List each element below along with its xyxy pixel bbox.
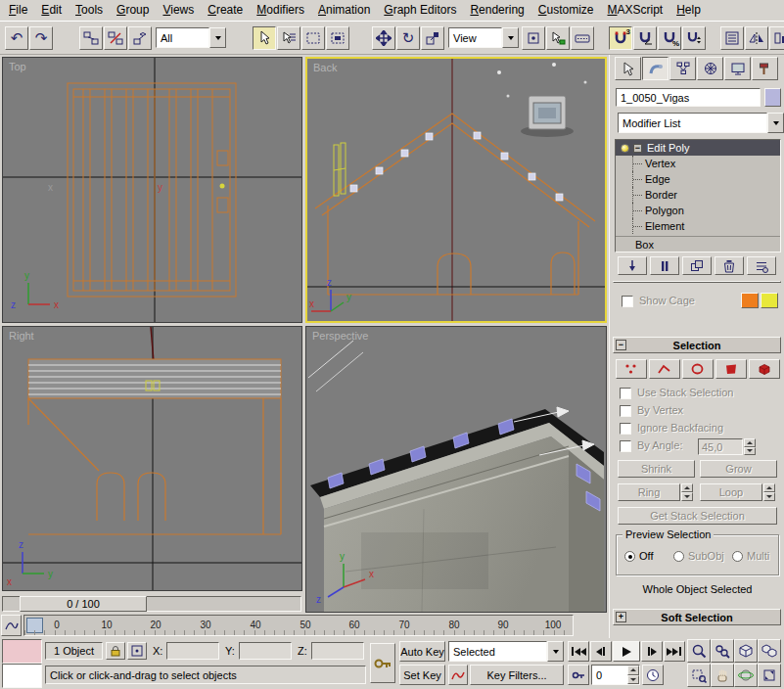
- use-stack-selection-checkbox[interactable]: [620, 388, 631, 399]
- zoom-all-button[interactable]: [711, 639, 734, 663]
- redo-button[interactable]: ↷: [29, 26, 53, 50]
- select-and-scale-button[interactable]: [421, 26, 444, 50]
- soft-selection-rollout-header[interactable]: Soft Selection: [613, 609, 781, 625]
- go-to-start-button[interactable]: [568, 641, 589, 662]
- viewport-right[interactable]: Right z y x: [2, 326, 302, 591]
- menu-maxscript[interactable]: MAXScript: [601, 0, 670, 21]
- key-mode-select[interactable]: Selected: [448, 641, 564, 662]
- configure-modifier-sets-button[interactable]: [747, 256, 776, 275]
- key-filters-button[interactable]: Key Filters...: [470, 665, 564, 685]
- set-keys-button[interactable]: [370, 643, 395, 683]
- previous-frame-button[interactable]: [590, 641, 612, 662]
- select-and-rotate-button[interactable]: ↻: [396, 26, 420, 50]
- y-coordinate-field[interactable]: [239, 642, 292, 660]
- modifier-stack[interactable]: Edit Poly Vertex Edge Border Polygon Ele…: [615, 139, 781, 253]
- auto-key-button[interactable]: Auto Key: [399, 641, 445, 662]
- current-frame-field[interactable]: 0: [591, 665, 640, 685]
- get-stack-selection-button[interactable]: Get Stack Selection: [618, 507, 777, 525]
- shrink-button[interactable]: Shrink: [618, 460, 695, 478]
- bind-to-spacewarp-button[interactable]: [128, 26, 152, 50]
- x-coordinate-field[interactable]: [166, 642, 219, 660]
- collapse-icon[interactable]: [633, 144, 642, 153]
- default-tangent-button[interactable]: [448, 665, 468, 685]
- menu-rendering[interactable]: Rendering: [463, 0, 530, 21]
- time-configuration-button[interactable]: [642, 665, 664, 685]
- tab-motion[interactable]: [697, 57, 723, 80]
- dropdown-arrow-icon[interactable]: [502, 27, 519, 48]
- by-angle-spinner[interactable]: [744, 438, 756, 455]
- current-frame-marker[interactable]: [26, 618, 43, 633]
- maxscript-mini-listener-macro[interactable]: [2, 639, 42, 664]
- menu-modifiers[interactable]: Modifiers: [250, 0, 311, 21]
- play-button[interactable]: [613, 641, 640, 662]
- menu-help[interactable]: Help: [669, 0, 708, 21]
- selection-region-button[interactable]: [301, 26, 325, 50]
- tab-display[interactable]: [724, 57, 751, 80]
- use-pivot-center-button[interactable]: [522, 26, 545, 50]
- zoom-button[interactable]: [687, 639, 711, 663]
- tab-hierarchy[interactable]: [669, 57, 696, 80]
- select-and-link-button[interactable]: [79, 26, 103, 50]
- viewport-top[interactable]: Top x y y x z: [2, 57, 302, 323]
- preview-subobj-label[interactable]: SubObj: [688, 550, 724, 562]
- select-and-manipulate-button[interactable]: [546, 26, 570, 50]
- zoom-region-button[interactable]: [687, 664, 711, 687]
- next-frame-button[interactable]: [641, 641, 663, 662]
- menu-file[interactable]: File: [2, 0, 34, 21]
- loop-spinner[interactable]: [763, 483, 775, 501]
- select-by-name-button[interactable]: [277, 26, 300, 50]
- by-vertex-checkbox[interactable]: [620, 405, 631, 417]
- mini-curve-editor-button[interactable]: [1, 615, 22, 636]
- spinner-snap-button[interactable]: [682, 26, 706, 50]
- viewport-label-perspective[interactable]: Perspective: [312, 330, 368, 342]
- angle-snap-button[interactable]: [633, 26, 657, 50]
- dropdown-arrow-icon[interactable]: [209, 27, 226, 48]
- snaps-toggle-button[interactable]: 3: [609, 26, 632, 50]
- z-coordinate-field[interactable]: [311, 642, 364, 660]
- tab-utilities[interactable]: [752, 57, 778, 80]
- bulb-icon[interactable]: [621, 144, 629, 153]
- menu-tools[interactable]: Tools: [69, 0, 110, 21]
- tab-modify[interactable]: [642, 57, 669, 80]
- vertex-mode-button[interactable]: [616, 359, 647, 379]
- ring-button[interactable]: Ring: [618, 483, 680, 501]
- go-to-end-button[interactable]: [664, 641, 685, 662]
- viewport-label-top[interactable]: Top: [9, 61, 26, 72]
- cage-selected-color-swatch[interactable]: [761, 293, 778, 308]
- modifier-list-select[interactable]: Modifier List: [618, 113, 784, 133]
- stack-item-box[interactable]: Box: [616, 236, 780, 252]
- ring-spinner[interactable]: [681, 483, 693, 501]
- min-max-toggle-button[interactable]: [758, 664, 781, 687]
- preview-multi-radio[interactable]: [732, 551, 743, 562]
- object-color-swatch[interactable]: [764, 88, 781, 107]
- viewport-perspective[interactable]: Perspective: [305, 326, 607, 613]
- absolute-offset-toggle-button[interactable]: [127, 642, 147, 660]
- stack-item-edge[interactable]: Edge: [616, 171, 780, 187]
- loop-button[interactable]: Loop: [700, 483, 762, 501]
- track-bar[interactable]: 0 10 20 30 40 50 60 70 80 90 100: [0, 615, 577, 637]
- element-mode-button[interactable]: [749, 359, 780, 379]
- border-mode-button[interactable]: [682, 359, 714, 379]
- zoom-extents-all-button[interactable]: [758, 639, 781, 663]
- zoom-extents-button[interactable]: [734, 639, 758, 663]
- make-unique-button[interactable]: [682, 256, 712, 275]
- percent-snap-button[interactable]: [658, 26, 681, 50]
- menu-edit[interactable]: Edit: [34, 0, 69, 21]
- by-angle-field[interactable]: 45,0: [698, 438, 743, 455]
- menu-views[interactable]: Views: [156, 0, 201, 21]
- selection-rollout-header[interactable]: Selection: [613, 337, 781, 353]
- tab-create[interactable]: [615, 57, 641, 80]
- grow-button[interactable]: Grow: [700, 460, 777, 478]
- viewport-label-right[interactable]: Right: [9, 330, 34, 342]
- reference-coordinate-select[interactable]: View: [448, 27, 519, 48]
- edit-named-selections-button[interactable]: [720, 26, 744, 50]
- cage-color-swatch[interactable]: [741, 293, 759, 308]
- viewport-back[interactable]: Back: [305, 57, 607, 323]
- preview-multi-label[interactable]: Multi: [747, 550, 769, 562]
- window-crossing-button[interactable]: [326, 26, 349, 50]
- frame-spinner[interactable]: [627, 666, 639, 684]
- menu-animation[interactable]: Animation: [311, 0, 377, 21]
- stack-item-vertex[interactable]: Vertex: [616, 156, 780, 171]
- time-slider[interactable]: 0 / 100: [0, 594, 304, 614]
- by-angle-checkbox[interactable]: [620, 440, 631, 452]
